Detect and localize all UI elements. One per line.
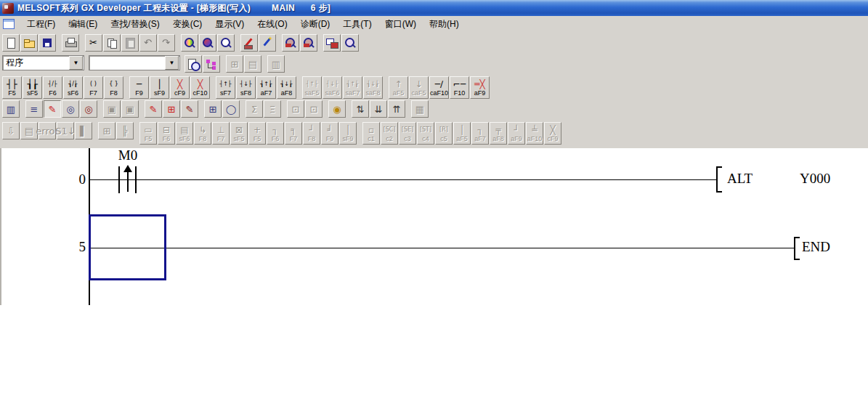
program-verify-button[interactable]	[341, 34, 359, 52]
toolbar-icon	[142, 37, 155, 49]
toolbar-program-buttons: ⊞▤▥	[184, 55, 285, 73]
sfc-symbol-icon: ┐	[272, 125, 277, 135]
toolbar-glyph: ▤	[248, 60, 257, 69]
ladder-write-button[interactable]	[240, 34, 258, 52]
sfc-se-button: [SE] c3	[399, 122, 416, 145]
toolbar-glyph: ⇅	[357, 105, 365, 114]
menu-item[interactable]: 在线(O)	[251, 16, 293, 33]
help-check-button[interactable]: ◉	[328, 100, 346, 118]
program-type-combo[interactable]: 程序 ▼	[2, 55, 84, 70]
device-test-button[interactable]: ✎	[145, 100, 162, 118]
window-transfer-button[interactable]	[323, 34, 341, 52]
menu-item[interactable]: 编辑(E)	[62, 16, 104, 33]
find-instruction-button[interactable]	[199, 34, 216, 52]
print-button[interactable]	[62, 34, 79, 52]
erase-line-button[interactable]: ═╳ aF9	[470, 76, 490, 99]
zoom-device-button[interactable]	[282, 34, 299, 52]
vertical-line-button[interactable]: │ sF9	[150, 76, 169, 99]
toolbar-glyph: ⊞	[103, 126, 111, 136]
coil-button[interactable]: ( ) F7	[84, 76, 103, 99]
step-execution-button: Σ	[246, 100, 263, 118]
toolbar-glyph: ▥	[7, 105, 15, 114]
insert-column-button[interactable]: ⇈	[388, 100, 405, 118]
data-navigate-button[interactable]	[203, 55, 220, 73]
chevron-down-icon[interactable]: ▼	[69, 56, 83, 70]
application-instruction-button[interactable]: { } F8	[104, 76, 123, 99]
open-project-button[interactable]	[20, 34, 38, 52]
copy-button[interactable]	[103, 34, 121, 52]
project-data-list-button[interactable]	[184, 55, 202, 73]
menu-item[interactable]: 查找/替换(S)	[104, 16, 166, 33]
function-key-label: c4	[422, 135, 429, 142]
function-key-label: sF9	[154, 89, 165, 97]
edit-cursor[interactable]	[89, 214, 166, 280]
write-mode-button[interactable]: ✎	[44, 100, 61, 118]
horizontal-line-button[interactable]: ─ F9	[129, 76, 149, 99]
comment-display-button[interactable]: ≡	[25, 100, 43, 118]
invert-operation-button[interactable]: ─∕ caF10	[429, 76, 449, 99]
toolbar-sfc: ⇩▤errorS1↓▌⊞╠ ▭ F5 ⊟ F6 ▤ sF6	[2, 122, 562, 145]
mdi-child-icon[interactable]	[3, 19, 15, 29]
buffer-memory-button[interactable]: ✎	[181, 100, 198, 118]
find-device-button[interactable]	[181, 34, 198, 52]
sfc-symbol-icon: │	[459, 125, 464, 135]
sfc-transition-button: ⊠ sF5	[230, 122, 248, 145]
menu-item[interactable]: 帮助(H)	[423, 16, 466, 33]
toolbar-icon	[219, 37, 232, 49]
new-project-button[interactable]	[2, 34, 20, 52]
sfc-sc-button: [SC] c2	[381, 122, 398, 145]
device-batch-button[interactable]: ⊞	[163, 100, 180, 118]
chevron-down-icon[interactable]: ▼	[165, 56, 179, 70]
toolbar-glyph: ▤	[25, 126, 33, 136]
menu-items: 工程(F)编辑(E)查找/替换(S)变换(C)显示(V)在线(O)诊断(D)工具…	[20, 16, 466, 33]
contact-bar-right	[135, 166, 137, 193]
cut-button[interactable]	[85, 34, 102, 52]
toolbar-icon	[201, 37, 214, 49]
function-key-label: saF8	[365, 89, 380, 97]
device-search-combo[interactable]: ▼	[89, 55, 180, 70]
toolbar-icon	[325, 37, 338, 49]
falling-pulse-parallel-button[interactable]: ┧↓┟ aF8	[277, 76, 296, 99]
write-mode-search-button[interactable]: ◎	[80, 100, 97, 118]
closed-contact-parallel-button[interactable]: ┧/┟ sF6	[63, 76, 83, 99]
open-contact-button[interactable]: ┤├ F5	[2, 76, 22, 99]
menu-item[interactable]: 窗口(W)	[378, 16, 423, 33]
sfc-rule-vertical-button: │ aF5	[453, 122, 471, 145]
menu-item[interactable]: 工具(T)	[336, 16, 378, 33]
closed-contact-button[interactable]: ┤/├ F6	[43, 76, 62, 99]
contact-bar-left	[118, 166, 120, 193]
insert-row-button[interactable]: ⇅	[352, 100, 369, 118]
menu-item[interactable]: 变换(C)	[166, 16, 209, 33]
falling-pulse-button[interactable]: ┤↓├ sF8	[236, 76, 256, 99]
function-key-label: F6	[163, 135, 171, 142]
save-project-button[interactable]	[38, 34, 56, 52]
delete-vertical-line-button[interactable]: ╳ cF10	[190, 76, 210, 99]
toolbar-icon	[187, 58, 200, 70]
zoom-block-button[interactable]	[300, 34, 317, 52]
draw-line-button[interactable]: ⌐─ F10	[450, 76, 469, 99]
function-key-label: aF10	[527, 135, 543, 142]
delete-row-button[interactable]: ⇊	[370, 100, 387, 118]
read-mode-search-button[interactable]: ◎	[62, 100, 79, 118]
program-common-button[interactable]: ▥	[2, 100, 20, 118]
function-key-label: cF9	[174, 89, 185, 97]
rising-pulse-button[interactable]: ┤↑├ sF7	[216, 76, 235, 99]
menu-item[interactable]: 诊断(D)	[294, 16, 337, 33]
menu-item[interactable]: 工程(F)	[20, 16, 62, 33]
ladder-insert-button[interactable]	[259, 34, 276, 52]
sfc-symbol-icon: ⊟	[163, 125, 170, 135]
rising-pulse-parallel-button[interactable]: ┧↑┟ aF7	[256, 76, 276, 99]
function-key-label: F5	[145, 135, 153, 142]
function-key-label: c3	[404, 135, 411, 142]
function-key-label: saF5	[304, 89, 319, 97]
find-string-button[interactable]	[217, 34, 235, 52]
program-check-button[interactable]: ⊞	[204, 100, 222, 118]
display-monitor-button: ▦	[411, 100, 429, 118]
menu-item[interactable]: 显示(V)	[208, 16, 251, 33]
clock-setting-button[interactable]: ◯	[222, 100, 240, 118]
open-contact-parallel-button[interactable]: ┧┟ sF5	[23, 76, 42, 99]
ladder-symbol-icon: ┧↓┟	[280, 79, 292, 89]
toolbar-glyph: ⊞	[209, 105, 217, 114]
monitor-write-button: ▣	[121, 100, 139, 118]
delete-horizontal-line-button[interactable]: ╳ cF9	[170, 76, 190, 99]
